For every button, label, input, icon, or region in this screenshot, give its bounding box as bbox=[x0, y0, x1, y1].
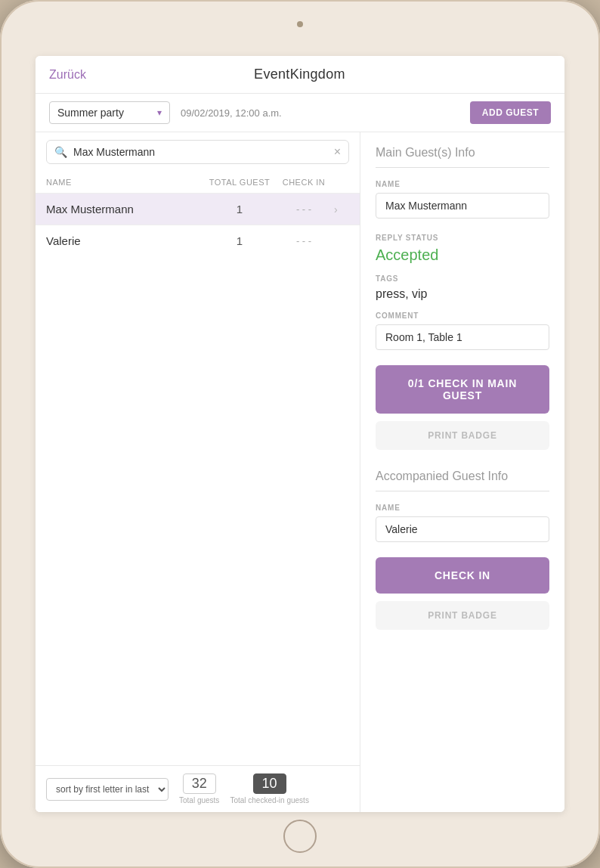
comment-label: COMMENT bbox=[376, 312, 549, 320]
comment-field-input[interactable] bbox=[376, 324, 549, 350]
add-guest-button[interactable]: ADD GUEST bbox=[470, 101, 551, 124]
tablet-screen: Zurück EventKingdom Summer party ▾ 09/02… bbox=[36, 56, 564, 812]
main-guest-section-title: Main Guest(s) Info bbox=[376, 146, 549, 160]
header: Zurück EventKingdom bbox=[36, 56, 564, 94]
total-guests-label: Total guests bbox=[179, 796, 219, 804]
main-guest-section: Main Guest(s) Info NAME REPLY STATUS Acc… bbox=[376, 146, 549, 467]
right-panel: Main Guest(s) Info NAME REPLY STATUS Acc… bbox=[360, 132, 564, 812]
reply-status-group: REPLY STATUS Accepted bbox=[376, 234, 549, 264]
accompanied-guest-section: Accompanied Guest Info NAME CHECK IN PRI… bbox=[376, 470, 549, 646]
sort-dropdown[interactable]: sort by first letter in last bbox=[46, 778, 169, 801]
accompanied-name-group: NAME bbox=[376, 504, 549, 553]
comment-group: COMMENT bbox=[376, 312, 549, 361]
tags-label: TAGS bbox=[376, 274, 549, 283]
app-title: EventKingdom bbox=[254, 67, 345, 82]
accompanied-name-label: NAME bbox=[376, 504, 549, 512]
guest-checkin: - - - bbox=[274, 235, 334, 246]
dropdown-arrow-icon: ▾ bbox=[157, 107, 162, 118]
section-divider bbox=[376, 167, 549, 168]
section-divider-2 bbox=[376, 491, 549, 491]
main-content: 🔍 × NAME TOTAL GUEST CHECK IN Max Muster… bbox=[36, 132, 564, 812]
guest-table-header: NAME TOTAL GUEST CHECK IN bbox=[36, 172, 360, 193]
check-in-main-guest-button[interactable]: 0/1 CHECK IN MAIN GUEST bbox=[376, 365, 549, 414]
guest-checkin: - - - bbox=[274, 203, 334, 215]
guest-total: 1 bbox=[206, 234, 274, 247]
table-row[interactable]: Max Mustermann 1 - - - › bbox=[36, 193, 360, 225]
search-clear-icon[interactable]: × bbox=[334, 145, 341, 159]
guest-name: Max Mustermann bbox=[46, 203, 206, 215]
checked-in-box: 10 Total checked-in guests bbox=[230, 773, 309, 804]
search-bar: 🔍 × bbox=[46, 140, 349, 164]
guest-table: Max Mustermann 1 - - - › Valerie 1 - - - bbox=[36, 193, 360, 765]
footer-bar: sort by first letter in last 32 Total gu… bbox=[36, 765, 360, 812]
tags-value: press, vip bbox=[376, 287, 549, 301]
name-field-group: NAME bbox=[376, 180, 549, 229]
name-field-label: NAME bbox=[376, 180, 549, 188]
event-date: 09/02/2019, 12:00 a.m. bbox=[181, 107, 459, 119]
total-guests-box: 32 Total guests bbox=[179, 773, 219, 804]
col-header-total: TOTAL GUEST bbox=[206, 178, 274, 187]
toolbar: Summer party ▾ 09/02/2019, 12:00 a.m. AD… bbox=[36, 94, 564, 132]
accompanied-print-badge-button[interactable]: PRINT BADGE bbox=[376, 601, 549, 630]
guest-total: 1 bbox=[206, 203, 274, 215]
left-panel: 🔍 × NAME TOTAL GUEST CHECK IN Max Muster… bbox=[36, 132, 360, 812]
event-name-label: Summer party bbox=[57, 107, 153, 119]
accompanied-name-input[interactable] bbox=[376, 516, 549, 542]
reply-status-value: Accepted bbox=[376, 246, 549, 264]
event-dropdown[interactable]: Summer party ▾ bbox=[49, 101, 170, 124]
reply-status-label: REPLY STATUS bbox=[376, 234, 549, 242]
print-badge-button[interactable]: PRINT BADGE bbox=[376, 421, 549, 450]
col-header-checkin: CHECK IN bbox=[274, 178, 334, 187]
search-icon: 🔍 bbox=[54, 146, 67, 158]
checked-in-label: Total checked-in guests bbox=[230, 796, 309, 804]
search-input[interactable] bbox=[73, 146, 334, 158]
col-header-arrow bbox=[334, 178, 349, 187]
tags-group: TAGS press, vip bbox=[376, 274, 549, 301]
back-button[interactable]: Zurück bbox=[49, 68, 86, 82]
tablet-home-button[interactable] bbox=[283, 820, 317, 853]
total-guests-count: 32 bbox=[183, 773, 216, 794]
row-arrow-icon: › bbox=[334, 203, 349, 215]
accompanied-section-title: Accompanied Guest Info bbox=[376, 470, 549, 483]
col-header-name: NAME bbox=[46, 178, 206, 187]
tablet-frame: Zurück EventKingdom Summer party ▾ 09/02… bbox=[0, 0, 600, 868]
guest-name: Valerie bbox=[46, 234, 206, 247]
checked-in-count: 10 bbox=[253, 773, 286, 794]
accompanied-check-in-button[interactable]: CHECK IN bbox=[376, 557, 549, 594]
name-field-input[interactable] bbox=[376, 193, 549, 219]
table-row[interactable]: Valerie 1 - - - bbox=[36, 225, 360, 256]
tablet-camera bbox=[297, 21, 303, 27]
